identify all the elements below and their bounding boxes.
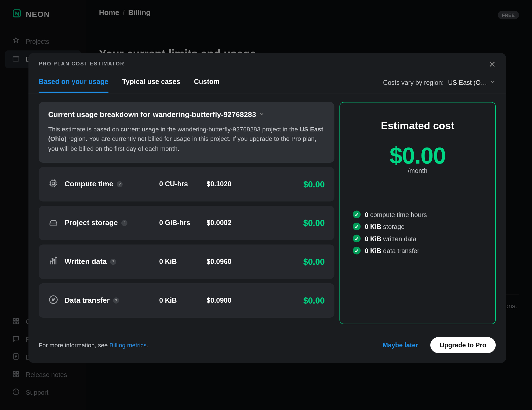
- tab-custom[interactable]: Custom: [194, 78, 220, 93]
- chevron-down-icon: [259, 111, 265, 119]
- svg-point-16: [52, 258, 53, 259]
- tab-based-on-usage[interactable]: Based on your usage: [39, 78, 108, 93]
- usage-unit: 0 KiB: [159, 297, 207, 305]
- close-button[interactable]: [486, 59, 498, 71]
- footer-info: For more information, see Billing metric…: [39, 342, 148, 348]
- usage-rate: $0.1020: [206, 180, 258, 188]
- check-icon: [353, 223, 360, 230]
- est-title: Estimated cost: [353, 120, 482, 132]
- breakdown-box: Current usage breakdown for wandering-bu…: [39, 102, 334, 163]
- breakdown-desc: This estimate is based on current usage …: [48, 124, 325, 154]
- svg-point-15: [50, 261, 51, 262]
- check-icon: [353, 247, 360, 254]
- close-icon: [488, 60, 496, 70]
- svg-rect-12: [51, 181, 56, 186]
- storage-icon: [48, 217, 65, 229]
- check-icon: [353, 210, 360, 218]
- modal-title: PRO PLAN COST ESTIMATOR: [39, 61, 496, 67]
- est-item: 0 compute time hours: [353, 210, 482, 218]
- written-data-icon: [48, 256, 65, 268]
- usage-row-compute: Compute time? 0 CU-hrs $0.1020 $0.00: [39, 167, 334, 202]
- maybe-later-button[interactable]: Maybe later: [383, 342, 418, 349]
- region-label: Costs vary by region:: [383, 79, 444, 86]
- usage-row-written: Written data? 0 KiB $0.0960 $0.00: [39, 245, 334, 279]
- svg-rect-14: [50, 223, 57, 225]
- help-icon[interactable]: ?: [117, 181, 123, 187]
- est-item: 0 KiB written data: [353, 235, 482, 242]
- usage-cost: $0.00: [258, 257, 325, 267]
- help-icon[interactable]: ?: [110, 259, 116, 265]
- usage-cost: $0.00: [258, 179, 325, 189]
- usage-unit: 0 CU-hrs: [159, 180, 207, 188]
- usage-rate: $0.0960: [206, 258, 258, 266]
- transfer-icon: [48, 295, 65, 307]
- usage-cost: $0.00: [258, 296, 325, 306]
- usage-unit: 0 GiB-hrs: [159, 219, 207, 227]
- help-icon[interactable]: ?: [121, 220, 127, 226]
- estimated-cost-box: Estimated cost $0.00 /month 0 compute ti…: [339, 102, 496, 324]
- svg-point-18: [55, 257, 57, 258]
- est-period: /month: [353, 167, 482, 174]
- usage-row-transfer: Data transfer? 0 KiB $0.0900 $0.00: [39, 284, 334, 318]
- usage-rate: $0.0900: [206, 297, 258, 305]
- cost-estimator-modal: PRO PLAN COST ESTIMATOR Based on your us…: [28, 53, 506, 363]
- cpu-icon: [48, 179, 65, 190]
- help-icon[interactable]: ?: [113, 298, 119, 304]
- svg-rect-13: [52, 182, 55, 185]
- upgrade-button[interactable]: Upgrade to Pro: [430, 337, 496, 353]
- usage-rate: $0.0002: [206, 219, 258, 227]
- est-item: 0 KiB data transfer: [353, 247, 482, 254]
- est-item: 0 KiB storage: [353, 223, 482, 230]
- svg-point-17: [54, 260, 55, 261]
- tab-typical-use-cases[interactable]: Typical use cases: [122, 78, 180, 93]
- usage-unit: 0 KiB: [159, 258, 207, 266]
- check-icon: [353, 235, 360, 242]
- breakdown-title[interactable]: Current usage breakdown for wandering-bu…: [48, 111, 325, 119]
- billing-metrics-link[interactable]: Billing metrics: [109, 342, 147, 348]
- tabs: Based on your usage Typical use cases Cu…: [39, 78, 220, 93]
- region-selector-row: Costs vary by region: US East (O…: [383, 79, 496, 92]
- est-amount: $0.00: [353, 142, 482, 169]
- usage-cost: $0.00: [258, 218, 325, 228]
- region-select[interactable]: US East (O…: [448, 79, 496, 86]
- usage-row-storage: Project storage? 0 GiB-hrs $0.0002 $0.00: [39, 206, 334, 240]
- chevron-down-icon: [490, 79, 496, 86]
- region-value: US East (O…: [448, 79, 487, 86]
